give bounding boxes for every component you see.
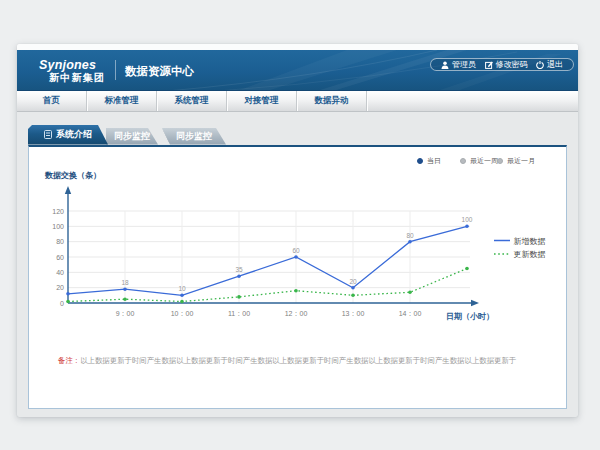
- svg-text:10: 10: [178, 285, 186, 292]
- data-point: [465, 266, 469, 270]
- chart-svg: 0204060801001209：0010：0011：0012：0013：001…: [29, 147, 566, 407]
- svg-text:20: 20: [349, 277, 357, 284]
- data-point: [237, 274, 241, 278]
- edit-icon: [485, 61, 493, 69]
- y-axis-title: 数据交换（条）: [44, 171, 101, 180]
- nav-item-home[interactable]: 首页: [17, 91, 87, 111]
- app-window: Synjones 新中新集团 数据资源中心 管理员 修改密码 退出 首页 标准管…: [17, 44, 578, 417]
- change-password-button[interactable]: 修改密码: [485, 59, 528, 70]
- user-icon: [441, 61, 449, 69]
- change-password-label: 修改密码: [496, 59, 528, 70]
- logo-en-text: Synjones: [39, 59, 105, 71]
- data-point: [123, 287, 127, 291]
- footnote-prefix: 备注：: [58, 356, 80, 365]
- svg-text:18: 18: [121, 279, 129, 286]
- svg-text:60: 60: [292, 247, 300, 254]
- svg-text:10：00: 10：00: [171, 310, 194, 317]
- logout-label: 退出: [547, 59, 563, 70]
- page-title: 数据资源中心: [125, 64, 194, 79]
- tab-sync-monitor-2[interactable]: 同步监控: [162, 128, 226, 145]
- tab-label: 同步监控: [114, 130, 150, 143]
- svg-text:60: 60: [56, 253, 64, 260]
- legend-item-0[interactable]: 新增数据: [494, 236, 546, 245]
- tab-edge-slash: [162, 130, 170, 144]
- tab-sync-monitor-1[interactable]: 同步监控: [106, 128, 158, 145]
- data-point: [180, 293, 184, 297]
- nav-item-data-change[interactable]: 数据异动: [297, 91, 367, 111]
- y-axis-tick-labels: 020406080100120: [52, 207, 64, 306]
- legend-label: 新增数据: [514, 236, 546, 245]
- svg-text:20: 20: [56, 284, 64, 291]
- x-axis-arrow-icon: [471, 299, 479, 305]
- data-point: [408, 290, 412, 294]
- data-point: [66, 299, 70, 303]
- data-point: [180, 299, 184, 303]
- data-point: [294, 288, 298, 292]
- svg-text:80: 80: [406, 231, 414, 238]
- svg-text:0: 0: [60, 299, 64, 306]
- svg-text:12：00: 12：00: [285, 310, 308, 317]
- current-user-label: 管理员: [452, 59, 476, 70]
- svg-text:120: 120: [52, 207, 64, 214]
- app-header: Synjones 新中新集团 数据资源中心 管理员 修改密码 退出: [17, 50, 578, 91]
- svg-text:100: 100: [52, 222, 64, 229]
- user-menu: 管理员 修改密码 退出: [430, 58, 574, 71]
- power-icon: [536, 61, 544, 69]
- data-point: [351, 293, 355, 297]
- data-point: [408, 239, 412, 243]
- company-logo: Synjones 新中新集团: [39, 59, 105, 83]
- nav-item-standard-mgmt[interactable]: 标准管理: [87, 91, 157, 111]
- data-point: [351, 285, 355, 289]
- nav-item-connect-mgmt[interactable]: 对接管理: [227, 91, 297, 111]
- x-axis-title: 日期（小时）: [446, 312, 494, 321]
- svg-text:9：00: 9：00: [116, 310, 135, 317]
- legend-item-1[interactable]: 更新数据: [494, 250, 546, 259]
- line-chart: 0204060801001209：0010：0011：0012：0013：001…: [29, 147, 566, 407]
- svg-text:13：00: 13：00: [342, 310, 365, 317]
- tab-system-intro[interactable]: 系统介绍: [28, 125, 108, 145]
- tab-label: 同步监控: [176, 130, 212, 143]
- footnote-text: 以上数据更新于时间产生数据以上数据更新于时间产生数据以上数据更新于时间产生数据以…: [80, 356, 516, 365]
- svg-text:14：00: 14：00: [399, 310, 422, 317]
- data-point: [465, 224, 469, 228]
- svg-text:80: 80: [56, 238, 64, 245]
- data-point: [66, 292, 70, 296]
- svg-text:11：00: 11：00: [228, 310, 250, 317]
- nav-item-system-mgmt[interactable]: 系统管理: [157, 91, 227, 111]
- logout-button[interactable]: 退出: [536, 59, 563, 70]
- data-point: [294, 255, 298, 259]
- form-icon: [44, 130, 52, 139]
- chart-axes: [65, 186, 479, 306]
- svg-text:35: 35: [235, 266, 243, 273]
- svg-text:40: 40: [56, 268, 64, 275]
- logo-cn-text: 新中新集团: [49, 73, 105, 83]
- current-user-button[interactable]: 管理员: [441, 59, 476, 70]
- y-axis-arrow-icon: [65, 186, 71, 194]
- header-divider: [115, 60, 116, 80]
- data-point: [123, 297, 127, 301]
- tab-label: 系统介绍: [56, 128, 92, 141]
- data-labels: 181035602080100: [121, 216, 472, 292]
- data-point: [237, 295, 241, 299]
- footnote: 备注：以上数据更新于时间产生数据以上数据更新于时间产生数据以上数据更新于时间产生…: [58, 356, 548, 366]
- x-axis-tick-labels: 9：0010：0011：0012：0013：0014：00: [116, 310, 422, 317]
- legend-label: 更新数据: [514, 250, 546, 259]
- content-panel: 当日 最近一周 最近一月 0204060801001209：0010：0011：…: [28, 145, 567, 409]
- main-nav: 首页 标准管理 系统管理 对接管理 数据异动: [17, 91, 578, 112]
- svg-text:100: 100: [462, 216, 473, 223]
